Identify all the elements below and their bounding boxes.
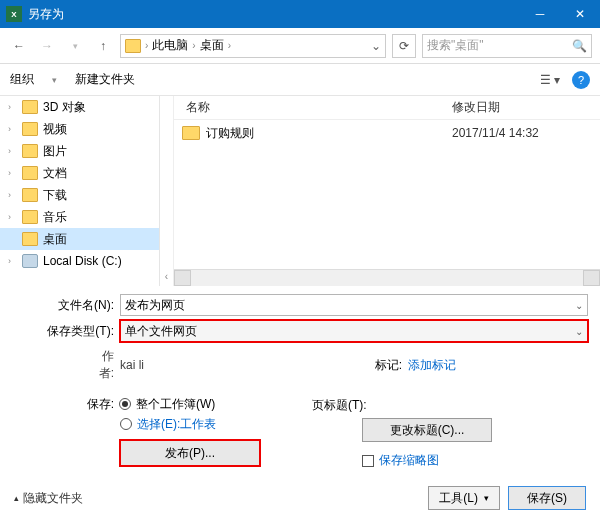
tree-item-3d[interactable]: ›3D 对象	[0, 96, 159, 118]
search-input[interactable]: 搜索"桌面" 🔍	[422, 34, 592, 58]
scroll-track[interactable]	[191, 270, 583, 286]
save-button[interactable]: 保存(S)	[508, 486, 586, 510]
filename-input[interactable]: 发布为网页 ⌄	[120, 294, 588, 316]
nav-bar: ← → ▾ ↑ › 此电脑 › 桌面 › ⌄ ⟳ 搜索"桌面" 🔍	[0, 28, 600, 64]
window-title: 另存为	[28, 6, 520, 23]
author-label: 作者:	[12, 348, 120, 382]
tree-label: 3D 对象	[43, 99, 86, 116]
tree-label: 文档	[43, 165, 67, 182]
radio-whole-label: 整个工作簿(W)	[136, 396, 215, 413]
tree-item-local-disk-c[interactable]: ›Local Disk (C:)	[0, 250, 159, 272]
page-title-label: 页标题(T):	[312, 397, 382, 414]
up-button[interactable]: ↑	[92, 35, 114, 57]
folder-icon	[22, 166, 38, 180]
new-folder-button[interactable]: 新建文件夹	[75, 71, 135, 88]
filetype-dropdown[interactable]: 单个文件网页 ⌄	[120, 320, 588, 342]
chevron-down-icon[interactable]: ⌄	[575, 326, 583, 337]
disk-icon	[22, 254, 38, 268]
change-title-label: 更改标题(C)...	[390, 422, 465, 439]
radio-selection-label: 选择(E):工作表	[137, 416, 216, 433]
folder-icon	[22, 100, 38, 114]
tree-label: 桌面	[43, 231, 67, 248]
filename-value: 发布为网页	[125, 297, 185, 314]
col-name[interactable]: 名称	[182, 99, 452, 116]
back-button[interactable]: ←	[8, 35, 30, 57]
breadcrumb-item[interactable]: 此电脑	[152, 37, 188, 54]
radio-whole-workbook[interactable]	[119, 398, 131, 410]
col-date[interactable]: 修改日期	[452, 99, 592, 116]
tags-input[interactable]: 添加标记	[408, 357, 588, 374]
forward-button[interactable]: →	[36, 35, 58, 57]
tree-item-documents[interactable]: ›文档	[0, 162, 159, 184]
breadcrumb-item[interactable]: 桌面	[200, 37, 224, 54]
save-thumbnail-checkbox[interactable]	[362, 455, 374, 467]
folder-icon	[182, 126, 200, 140]
folder-icon	[22, 144, 38, 158]
tree-item-video[interactable]: ›视频	[0, 118, 159, 140]
scroll-right-button[interactable]	[583, 270, 600, 286]
refresh-button[interactable]: ⟳	[392, 34, 416, 58]
browse-area: ›3D 对象 ›视频 ›图片 ›文档 ›下载 ›音乐 桌面 ›Local Dis…	[0, 96, 600, 286]
expand-icon: ›	[8, 190, 11, 200]
folder-icon	[22, 232, 38, 246]
chevron-down-icon[interactable]: ⌄	[575, 300, 583, 311]
change-title-button[interactable]: 更改标题(C)...	[362, 418, 492, 442]
folder-icon	[22, 188, 38, 202]
search-icon: 🔍	[572, 39, 587, 53]
close-button[interactable]: ✕	[560, 0, 600, 28]
radio-selection[interactable]	[120, 418, 132, 430]
organize-button[interactable]: 组织	[10, 71, 34, 88]
chevron-right-icon: ›	[192, 40, 195, 51]
tree-item-music[interactable]: ›音乐	[0, 206, 159, 228]
file-list: 名称 修改日期 订购规则 2017/11/4 14:32	[174, 96, 600, 286]
pc-icon	[125, 39, 141, 53]
publish-button-label: 发布(P)...	[165, 445, 215, 462]
expand-icon: ›	[8, 168, 11, 178]
chevron-right-icon: ›	[145, 40, 148, 51]
hide-folders-toggle[interactable]: ▴ 隐藏文件夹	[14, 490, 83, 507]
tree-item-pictures[interactable]: ›图片	[0, 140, 159, 162]
folder-icon	[22, 210, 38, 224]
breadcrumb[interactable]: › 此电脑 › 桌面 › ⌄	[120, 34, 386, 58]
horizontal-scrollbar[interactable]	[174, 269, 600, 286]
view-mode-button[interactable]: ☰ ▾	[540, 73, 560, 87]
folder-icon	[22, 122, 38, 136]
expand-icon: ›	[8, 256, 11, 266]
tools-dropdown[interactable]: 工具(L) ▾	[428, 486, 500, 510]
publish-button[interactable]: 发布(P)...	[120, 440, 260, 466]
file-name: 订购规则	[206, 125, 452, 142]
tree-label: 下载	[43, 187, 67, 204]
tree-label: 图片	[43, 143, 67, 160]
filetype-label: 保存类型(T):	[12, 323, 120, 340]
expand-icon: ›	[8, 124, 11, 134]
tree-label: 音乐	[43, 209, 67, 226]
tree-label: Local Disk (C:)	[43, 254, 122, 268]
author-value[interactable]: kai li	[120, 358, 144, 372]
hide-folders-label: 隐藏文件夹	[23, 490, 83, 507]
chevron-down-icon[interactable]: ⌄	[371, 39, 381, 53]
chevron-down-icon: ▾	[52, 75, 57, 85]
form-area: 文件名(N): 发布为网页 ⌄ 保存类型(T): 单个文件网页 ⌄ 作者: ka…	[0, 286, 600, 477]
column-headers: 名称 修改日期	[174, 96, 600, 120]
save-button-label: 保存(S)	[527, 490, 567, 507]
collapse-tree-button[interactable]: ‹	[160, 96, 174, 286]
filename-label: 文件名(N):	[12, 297, 120, 314]
scroll-left-button[interactable]	[174, 270, 191, 286]
expand-icon: ›	[8, 212, 11, 222]
footer: ▴ 隐藏文件夹 工具(L) ▾ 保存(S)	[0, 482, 600, 514]
save-thumbnail-label: 保存缩略图	[379, 452, 439, 469]
chevron-right-icon: ›	[228, 40, 231, 51]
minimize-button[interactable]: ─	[520, 0, 560, 28]
tree-item-desktop[interactable]: 桌面	[0, 228, 159, 250]
tree-label: 视频	[43, 121, 67, 138]
recent-dropdown[interactable]: ▾	[64, 35, 86, 57]
save-scope-label: 保存:	[82, 396, 114, 413]
expand-icon: ›	[8, 146, 11, 156]
table-row[interactable]: 订购规则 2017/11/4 14:32	[174, 120, 600, 146]
search-placeholder: 搜索"桌面"	[427, 37, 484, 54]
titlebar: X 另存为 ─ ✕	[0, 0, 600, 28]
tree-item-downloads[interactable]: ›下载	[0, 184, 159, 206]
toolbar: 组织 ▾ 新建文件夹 ☰ ▾ ?	[0, 64, 600, 96]
help-button[interactable]: ?	[572, 71, 590, 89]
folder-tree: ›3D 对象 ›视频 ›图片 ›文档 ›下载 ›音乐 桌面 ›Local Dis…	[0, 96, 160, 286]
